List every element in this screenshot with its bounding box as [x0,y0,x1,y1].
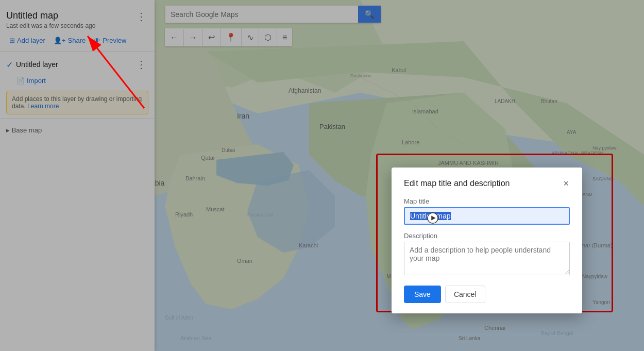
map-title-label: Map title [404,197,570,205]
description-group: Description [404,232,570,277]
map-title-group: Map title [404,197,570,225]
description-label: Description [404,232,570,240]
edit-map-dialog: Edit map title and description × Map tit… [392,168,582,313]
modal-actions: Save Cancel [404,286,570,303]
modal-title: Edit map title and description [404,179,510,188]
modal-close-button[interactable]: × [562,178,570,189]
save-button[interactable]: Save [404,286,441,303]
modal-header: Edit map title and description × [404,178,570,189]
cancel-button[interactable]: Cancel [445,286,485,303]
map-title-input[interactable] [404,207,570,225]
description-textarea[interactable] [404,242,570,275]
